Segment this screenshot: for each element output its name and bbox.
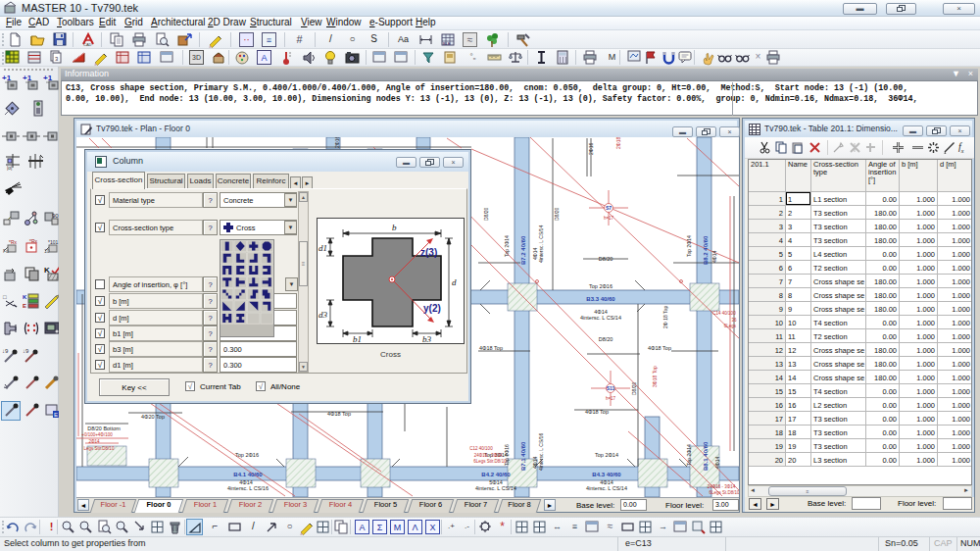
- svg-text:Fd: Fd: [3, 248, 9, 254]
- svg-text:C14 40/100: C14 40/100: [712, 311, 736, 316]
- svg-text:d: d: [452, 277, 457, 287]
- svg-text:B3.3 40/60: B3.3 40/60: [586, 296, 615, 302]
- svg-text:Top 2Φ14: Top 2Φ14: [686, 235, 692, 257]
- svg-text:10: 10: [44, 248, 50, 254]
- svg-text:36: 36: [731, 318, 737, 323]
- svg-text:BLE: BLE: [443, 41, 451, 46]
- svg-text:h=17: h=17: [606, 396, 616, 401]
- svg-text:b: b: [392, 223, 397, 232]
- svg-text:4intersc. L CS/14: 4intersc. L CS/14: [538, 225, 544, 263]
- svg-text:Top 2Φ14: Top 2Φ14: [595, 452, 618, 458]
- svg-text:4Φ18 Top: 4Φ18 Top: [479, 345, 503, 351]
- svg-text:K: K: [23, 294, 27, 300]
- svg-text:b3: b3: [422, 334, 432, 343]
- svg-text:4Φ18 Top: 4Φ18 Top: [648, 345, 671, 351]
- svg-text:CAD: CAD: [83, 42, 92, 47]
- svg-text:6Legs St.D8/10: 6Legs St.D8/10: [709, 490, 739, 495]
- svg-text:h=17: h=17: [604, 216, 614, 221]
- svg-text:4intersc. L CS/16: 4intersc. L CS/16: [538, 433, 544, 471]
- svg-text:B7.1 40/60: B7.1 40/60: [520, 441, 526, 471]
- svg-text:Legs Stir.D8/10: Legs Stir.D8/10: [84, 446, 115, 451]
- svg-text:B4.2 40/60: B4.2 40/60: [481, 472, 511, 477]
- svg-text:*Rx: *Rx: [9, 239, 18, 245]
- svg-text:S11: S11: [607, 385, 615, 391]
- svg-text:B4.1 40/60: B4.1 40/60: [233, 472, 263, 477]
- svg-text:D8/20: D8/20: [631, 381, 637, 395]
- svg-text:E: E: [23, 303, 26, 309]
- svg-text:4Φ20 Top: 4Φ20 Top: [141, 414, 165, 420]
- svg-text:D8/20 Bottom: D8/20 Bottom: [87, 426, 121, 431]
- svg-text:3Φ18 Top: 3Φ18 Top: [652, 366, 658, 387]
- svg-text:4intersc. L CS/16: 4intersc. L CS/16: [227, 485, 269, 491]
- svg-text:Top 2Φ14: Top 2Φ14: [686, 444, 692, 466]
- svg-text:4Φ14: 4Φ14: [239, 479, 253, 485]
- svg-text:4Φ14: 4Φ14: [714, 456, 720, 469]
- svg-text:D8/20: D8/20: [554, 207, 560, 221]
- svg-text:2Φ 18 Top: 2Φ 18 Top: [662, 306, 668, 328]
- svg-text:D8/20: D8/20: [483, 207, 489, 221]
- svg-text:24Φ16 - 3Φ14: 24Φ16 - 3Φ14: [708, 484, 736, 489]
- svg-text:b1: b1: [353, 334, 362, 343]
- svg-text:B8.2 40/60: B8.2 40/60: [703, 235, 709, 265]
- svg-text:Top 2Φ16: Top 2Φ16: [504, 444, 510, 466]
- svg-text:*101: *101: [48, 239, 59, 245]
- svg-text:+0/100+4Φ/100: +0/100+4Φ/100: [81, 432, 113, 437]
- svg-text:B8.1 40/60: B8.1 40/60: [703, 441, 709, 471]
- svg-text:D8/20: D8/20: [599, 256, 613, 262]
- svg-text:z(3): z(3): [420, 247, 437, 258]
- svg-text:4intersc. L CS/14: 4intersc. L CS/14: [580, 315, 621, 321]
- svg-text:d3: d3: [318, 310, 328, 320]
- svg-text:C12 40/100: C12 40/100: [469, 446, 493, 451]
- svg-text:4Φ14: 4Φ14: [711, 250, 717, 263]
- svg-text:6Legs: 6Legs: [724, 324, 737, 328]
- svg-text:B7.2 40/60: B7.2 40/60: [520, 235, 526, 265]
- svg-text:y(2): y(2): [423, 303, 441, 314]
- svg-text:2Φ14: 2Φ14: [88, 439, 100, 444]
- svg-text:D8/20: D8/20: [599, 336, 613, 342]
- svg-text:↓9: ↓9: [23, 348, 29, 354]
- svg-text:B4.3 40/60: B4.3 40/60: [592, 472, 621, 477]
- svg-text:d1: d1: [318, 243, 327, 253]
- svg-text:2Φ16: 2Φ16: [334, 137, 340, 148]
- svg-text:Top 2Φ16: Top 2Φ16: [589, 283, 612, 289]
- svg-text:↓9: ↓9: [2, 348, 9, 354]
- svg-text:24Φ16 - 3Φ14: 24Φ16 - 3Φ14: [474, 453, 503, 458]
- svg-text:□: □: [3, 294, 7, 300]
- svg-text:|o|: |o|: [7, 165, 12, 171]
- svg-text:4intersc. L CS/14: 4intersc. L CS/14: [475, 485, 516, 491]
- svg-text:Top 2Φ16: Top 2Φ16: [235, 452, 259, 458]
- svg-text:2Φ16: 2Φ16: [588, 142, 594, 155]
- svg-text:Top 2Φ14: Top 2Φ14: [504, 235, 510, 257]
- svg-text:4intersc. L CS/14: 4intersc. L CS/14: [586, 485, 627, 491]
- svg-text:4Φ18 Top: 4Φ18 Top: [327, 411, 351, 417]
- svg-text:E: E: [54, 412, 58, 418]
- svg-text:6Legs Stir.D8/10: 6Legs Stir.D8/10: [473, 459, 507, 464]
- svg-text:4Φ18 Top: 4Φ18 Top: [585, 409, 609, 415]
- svg-text:S7: S7: [606, 205, 612, 211]
- svg-text:2Φ18: 2Φ18: [615, 137, 621, 149]
